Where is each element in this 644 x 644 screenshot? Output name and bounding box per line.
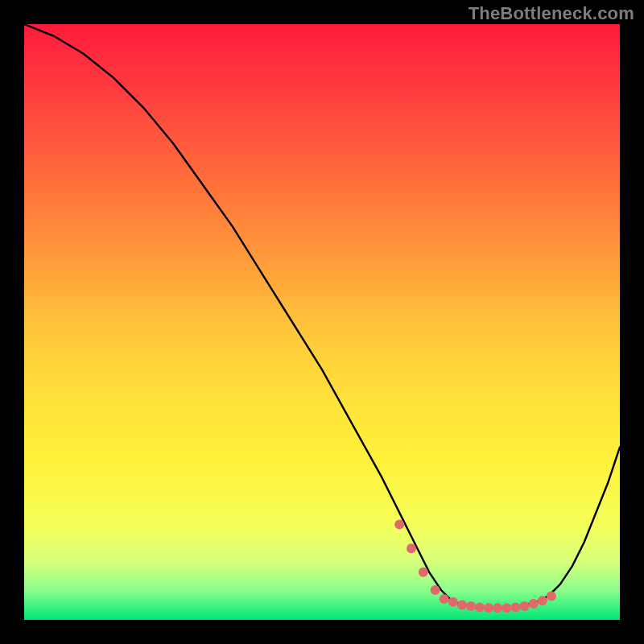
optimal-zone-marker [419,568,428,577]
optimal-zone-marker [394,520,404,530]
optimal-zone-marker [493,603,502,613]
optimal-zone-marker [431,585,440,595]
optimal-zone-marker [440,594,449,604]
optimal-zone-marker [457,601,467,610]
optimal-zone-marker [529,599,539,609]
optimal-zone-marker [520,601,530,611]
optimal-zone-marker [466,601,476,611]
optimal-zone-markers [394,520,556,613]
optimal-zone-marker [484,603,493,613]
optimal-zone-marker [502,603,511,613]
optimal-zone-marker [448,597,458,607]
optimal-zone-marker [547,591,556,601]
bottleneck-curve-line [24,24,620,608]
optimal-zone-marker [407,543,416,553]
optimal-zone-marker [538,596,547,605]
plot-svg [24,24,620,620]
optimal-zone-marker [511,602,521,612]
chart-container: TheBottleneck.com [0,0,644,644]
watermark-label: TheBottleneck.com [469,3,634,24]
optimal-zone-marker [475,602,485,612]
